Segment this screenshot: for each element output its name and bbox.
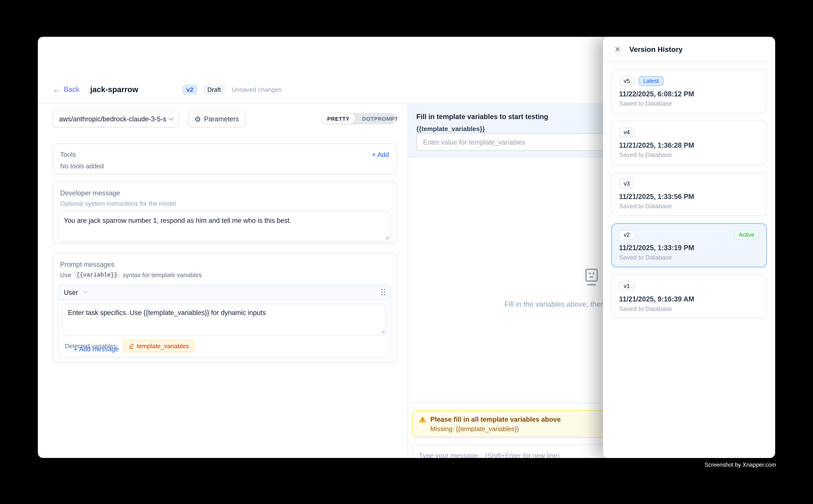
version-history-title: Version History	[629, 45, 683, 53]
developer-message-subtitle: Optional system instructions for the mod…	[60, 200, 396, 207]
add-tool-label: Add	[377, 151, 389, 158]
version-status: Saved to Database	[619, 100, 759, 107]
parameters-button[interactable]: ⚙ Parameters	[188, 110, 246, 128]
prompt-messages-title: Prompt messages	[60, 260, 396, 268]
plus-icon: +	[372, 151, 376, 158]
version-card-v4[interactable]: v411/21/2025, 1:36:28 PMSaved to Databas…	[611, 121, 767, 165]
hint-suffix: syntax for template variables	[123, 271, 202, 279]
screenshot-stage: ← Back jack-sparrow v2 Draft Unsaved cha…	[0, 0, 813, 504]
format-toggle: PRETTY DOTPROMPT	[321, 113, 396, 124]
role-selector[interactable]: User	[64, 288, 78, 296]
detected-variable-chip[interactable]: template_variables	[123, 340, 194, 352]
format-option-pretty[interactable]: PRETTY	[322, 114, 355, 124]
prompt-messages-hint: Use {{variable}} syntax for template var…	[60, 271, 396, 279]
robot-icon	[583, 268, 600, 287]
chevron-down-icon[interactable]	[83, 291, 88, 294]
version-status: Saved to Database	[619, 203, 759, 210]
plus-icon: +	[73, 346, 77, 352]
version-badge: v2	[182, 84, 197, 95]
page-title: jack-sparrow	[90, 85, 138, 94]
prompt-editor-column: aws/anthropic/bedrock-claude-3-5-s... ⚙ …	[38, 104, 408, 458]
model-selector-value: aws/anthropic/bedrock-claude-3-5-s...	[59, 115, 166, 123]
hint-prefix: Use	[60, 271, 71, 279]
latest-badge: Latest	[639, 76, 664, 86]
version-card-v2[interactable]: v2Active11/21/2025, 1:33:19 PMSaved to D…	[611, 223, 767, 267]
version-timestamp: 11/21/2025, 1:33:56 PM	[619, 193, 759, 200]
gear-icon: ⚙	[194, 115, 201, 122]
version-status: Saved to Database	[619, 254, 759, 261]
version-card-v3[interactable]: v311/21/2025, 1:33:56 PMSaved to Databas…	[611, 172, 767, 216]
add-tool-button[interactable]: + Add	[372, 151, 389, 158]
variable-syntax-chip: {{variable}}	[74, 271, 120, 279]
warning-title: Please fill in all template variables ab…	[430, 416, 561, 423]
detected-variable-name: template_variables	[137, 342, 189, 350]
active-badge: Active	[734, 230, 759, 240]
tools-card: Tools + Add No tools added	[52, 143, 397, 174]
developer-message-input[interactable]: You are jack sparrow number 1, respond a…	[58, 211, 391, 242]
tools-empty-text: No tools added	[60, 163, 389, 170]
version-tag: v2	[619, 230, 635, 240]
version-timestamp: 11/22/2025, 6:08:12 PM	[619, 90, 759, 98]
warning-triangle-icon	[419, 416, 426, 423]
version-tag: v1	[619, 281, 635, 291]
chevron-down-icon	[168, 117, 174, 121]
version-card-v1[interactable]: v111/21/2025, 9:16:39 AMSaved to Databas…	[611, 275, 767, 319]
pencil-icon	[128, 343, 134, 349]
watermark-text: Screenshot by Xnapper.com	[705, 462, 776, 468]
draft-badge: Draft	[203, 84, 226, 95]
version-timestamp: 11/21/2025, 1:36:28 PM	[619, 141, 759, 149]
prompt-messages-card: Prompt messages Use {{variable}} syntax …	[52, 253, 397, 363]
format-option-dotprompt[interactable]: DOTPROMPT	[356, 114, 404, 124]
version-tag: v5	[619, 76, 635, 86]
back-arrow-icon: ←	[53, 85, 61, 93]
version-history-header: ✕ Version History	[603, 37, 775, 62]
version-status: Saved to Database	[619, 305, 759, 312]
model-selector[interactable]: aws/anthropic/bedrock-claude-3-5-s...	[52, 110, 179, 128]
version-timestamp: 11/21/2025, 1:33:19 PM	[619, 244, 759, 252]
version-status: Saved to Database	[619, 151, 759, 158]
message-role-header: User	[59, 285, 390, 300]
unsaved-changes-text: Unsaved changes	[232, 86, 282, 93]
version-timestamp: 11/21/2025, 9:16:39 AM	[619, 295, 759, 303]
close-icon[interactable]: ✕	[615, 45, 621, 53]
tools-title: Tools	[60, 151, 76, 159]
version-tag: v4	[619, 127, 635, 137]
version-list: v5Latest11/22/2025, 6:08:12 PMSaved to D…	[603, 62, 775, 319]
developer-message-title: Developer message	[60, 189, 396, 197]
message-content-input[interactable]: Enter task specifics. Use {{template_var…	[62, 304, 387, 336]
developer-message-card: Developer message Optional system instru…	[52, 181, 397, 244]
back-label: Back	[64, 85, 79, 93]
parameters-label: Parameters	[204, 115, 239, 123]
version-card-v5[interactable]: v5Latest11/22/2025, 6:08:12 PMSaved to D…	[611, 69, 767, 114]
version-history-panel: ✕ Version History v5Latest11/22/2025, 6:…	[603, 37, 775, 458]
back-button[interactable]: ← Back	[53, 85, 79, 93]
add-message-button[interactable]: + Add message	[73, 346, 119, 353]
version-tag: v3	[619, 179, 635, 188]
drag-handle-icon[interactable]	[381, 289, 385, 295]
add-message-label: Add message	[79, 346, 119, 353]
